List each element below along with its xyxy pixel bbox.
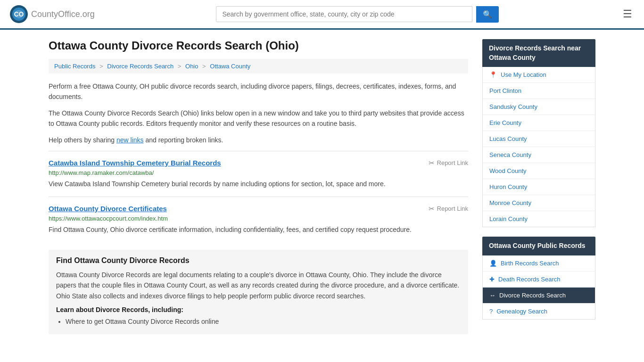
report-label-2: Report Link <box>437 205 468 212</box>
birth-records-label: Birth Records Search <box>501 260 588 267</box>
logo-area: CO CountyOffice.org <box>9 5 95 24</box>
find-body: Ottawa County Divorce Records are legal … <box>56 270 461 301</box>
sidebar-erie-county[interactable]: Erie County <box>483 115 595 131</box>
sidebar-lucas-county[interactable]: Lucas County <box>483 131 595 147</box>
svg-text:CO: CO <box>14 10 24 18</box>
record-catawba-url: http://www.map.ramaker.com/catawba/ <box>49 169 468 176</box>
sidebar-sandusky-label: Sandusky County <box>489 103 588 110</box>
sidebar-lorain-county[interactable]: Lorain County <box>483 211 595 227</box>
sidebar-location-label: Use My Location <box>501 71 588 78</box>
scissors-icon-1: ✂ <box>429 159 435 167</box>
question-icon: ? <box>489 308 493 315</box>
sidebar-sandusky-county[interactable]: Sandusky County <box>483 99 595 115</box>
description-2: The Ottawa County Divorce Records Search… <box>49 108 468 129</box>
sidebar-lucas-label: Lucas County <box>489 135 588 142</box>
sidebar-lorain-label: Lorain County <box>489 215 588 222</box>
logo-org: .org <box>80 9 95 19</box>
pin-icon: 📍 <box>489 71 497 78</box>
sidebar-port-clinton[interactable]: Port Clinton <box>483 83 595 99</box>
search-button[interactable]: 🔍 <box>476 6 499 23</box>
sidebar-huron-county[interactable]: Huron County <box>483 179 595 195</box>
new-links[interactable]: new links <box>116 136 144 144</box>
logo-text: CountyOffice.org <box>31 9 95 19</box>
report-label-1: Report Link <box>437 159 468 166</box>
breadcrumb-divorce-records[interactable]: Divorce Records Search <box>107 63 173 70</box>
search-area: 🔍 <box>216 6 499 23</box>
menu-button[interactable]: ☰ <box>620 6 635 23</box>
record-ottawa-divorce: Ottawa County Divorce Certificates ✂ Rep… <box>49 197 468 242</box>
nearby-section: Divorce Records Search near Ottawa Count… <box>482 39 595 227</box>
main-content: Ottawa County Divorce Records Search (Oh… <box>49 39 468 334</box>
sidebar-divorce-records[interactable]: ↔ Divorce Records Search <box>483 288 595 304</box>
scissors-icon-2: ✂ <box>429 205 435 213</box>
sidebar-wood-county[interactable]: Wood County <box>483 163 595 179</box>
report-link-catawba[interactable]: ✂ Report Link <box>429 159 468 167</box>
logo-icon: CO <box>9 5 28 24</box>
breadcrumb-public-records[interactable]: Public Records <box>54 63 95 70</box>
breadcrumb: Public Records > Divorce Records Search … <box>49 59 468 74</box>
record-catawba-title[interactable]: Catawba Island Township Cemetery Burial … <box>49 159 221 167</box>
sidebar-genealogy-search[interactable]: ? Genealogy Search <box>483 304 595 319</box>
find-heading: Find Ottawa County Divorce Records <box>56 256 461 265</box>
sidebar-death-records[interactable]: ✚ Death Records Search <box>483 272 595 288</box>
learn-list: Where to get Ottawa County Divorce Recor… <box>66 316 461 328</box>
public-records-list: 👤 Birth Records Search ✚ Death Records S… <box>482 255 595 320</box>
sidebar-monroe-label: Monroe County <box>489 199 588 206</box>
report-link-ottawa[interactable]: ✂ Report Link <box>429 205 468 213</box>
find-section: Find Ottawa County Divorce Records Ottaw… <box>49 250 468 334</box>
divorce-records-label: Divorce Records Search <box>499 292 588 299</box>
nearby-header: Divorce Records Search near Ottawa Count… <box>482 39 595 67</box>
learn-heading: Learn about Divorce Records, including: <box>56 306 461 313</box>
search-input[interactable] <box>216 6 472 22</box>
learn-item-1: Where to get Ottawa County Divorce Recor… <box>66 316 461 328</box>
sidebar-port-clinton-label: Port Clinton <box>489 87 588 94</box>
logo-main: CountyOffice <box>31 9 80 19</box>
sidebar-birth-records[interactable]: 👤 Birth Records Search <box>483 255 595 272</box>
breadcrumb-ohio[interactable]: Ohio <box>185 63 198 70</box>
record-catawba-desc: View Catawba Island Township Cemetery bu… <box>49 179 468 189</box>
record-catawba: Catawba Island Township Cemetery Burial … <box>49 151 468 197</box>
sidebar-wood-label: Wood County <box>489 167 588 174</box>
public-records-header: Ottawa County Public Records <box>482 237 595 255</box>
sidebar-use-location[interactable]: 📍 Use My Location <box>483 67 595 83</box>
public-records-section: Ottawa County Public Records 👤 Birth Rec… <box>482 237 595 320</box>
person-icon: 👤 <box>489 260 497 267</box>
record-ottawa-divorce-desc: Find Ottawa County, Ohio divorce certifi… <box>49 225 468 235</box>
record-ottawa-divorce-title[interactable]: Ottawa County Divorce Certificates <box>49 205 167 213</box>
description-1: Perform a free Ottawa County, OH public … <box>49 81 468 102</box>
genealogy-label: Genealogy Search <box>496 308 588 315</box>
sidebar: Divorce Records Search near Ottawa Count… <box>482 39 595 334</box>
arrows-icon: ↔ <box>489 292 495 299</box>
description-3: Help others by sharing new links and rep… <box>49 135 468 145</box>
cross-icon: ✚ <box>489 276 495 283</box>
page-title: Ottawa County Divorce Records Search (Oh… <box>49 39 468 52</box>
content-wrapper: Ottawa County Divorce Records Search (Oh… <box>39 30 605 344</box>
nearby-list: 📍 Use My Location Port Clinton Sandusky … <box>482 67 595 227</box>
breadcrumb-ottawa-county[interactable]: Ottawa County <box>210 63 250 70</box>
sidebar-seneca-county[interactable]: Seneca County <box>483 147 595 163</box>
sidebar-huron-label: Huron County <box>489 183 588 190</box>
header: CO CountyOffice.org 🔍 ☰ <box>0 0 644 30</box>
desc3-pre: Help others by sharing <box>49 136 116 144</box>
death-records-label: Death Records Search <box>498 276 588 283</box>
sidebar-seneca-label: Seneca County <box>489 151 588 158</box>
sidebar-monroe-county[interactable]: Monroe County <box>483 195 595 211</box>
record-ottawa-divorce-url: https://www.ottawacocpcourt.com/index.ht… <box>49 215 468 222</box>
desc3-post: and reporting broken links. <box>144 136 223 144</box>
sidebar-erie-label: Erie County <box>489 119 588 126</box>
